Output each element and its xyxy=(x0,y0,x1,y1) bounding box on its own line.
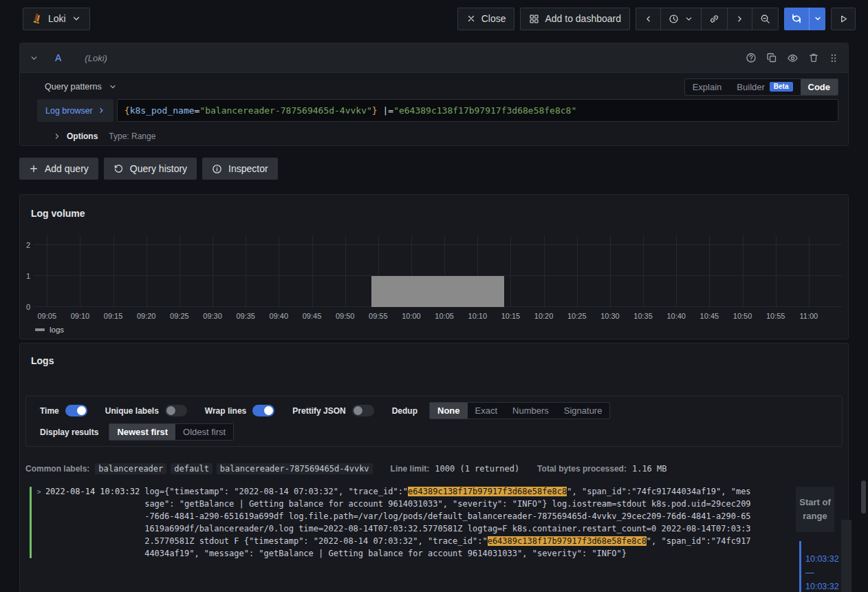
x-axis-label: 10:35 xyxy=(633,312,653,320)
query-patterns-dropdown[interactable]: Query patterns xyxy=(45,82,117,92)
x-gridline xyxy=(147,235,147,307)
tab-explain[interactable]: Explain xyxy=(685,79,730,95)
line-limit-label: Line limit: xyxy=(391,464,430,474)
display-results-label: Display results xyxy=(40,427,98,437)
add-to-dashboard-button[interactable]: Add to dashboard xyxy=(520,8,630,30)
tab-builder[interactable]: Builder Beta xyxy=(729,79,800,95)
datasource-picker[interactable]: Loki xyxy=(23,8,90,30)
copy-time-link-button[interactable] xyxy=(701,8,728,30)
x-axis-label: 09:05 xyxy=(37,312,56,320)
duplicate-query-icon[interactable] xyxy=(766,52,777,63)
toggle-knob xyxy=(264,406,273,415)
toggle-switch[interactable] xyxy=(165,405,187,416)
hide-response-eye-icon[interactable] xyxy=(787,52,799,64)
close-label: Close xyxy=(481,13,506,24)
logs-meta-row: Common labels: balancereaderdefaultbalan… xyxy=(25,463,667,474)
y-gridline xyxy=(34,244,842,245)
x-axis-label: 10:40 xyxy=(666,312,686,320)
zoom-out-time-button[interactable] xyxy=(752,8,779,30)
log-highlight-match: e64389c138f17b97917f3d68e58fe8c8 xyxy=(408,487,567,496)
x-gridline xyxy=(676,235,677,307)
drag-handle-icon[interactable] xyxy=(829,53,838,63)
options-label: Options xyxy=(67,131,98,141)
x-axis-label: 09:10 xyxy=(71,312,90,320)
y-axis-label: 1 xyxy=(26,272,30,280)
close-icon xyxy=(466,14,476,23)
toggle-switch[interactable] xyxy=(65,405,87,416)
refresh-interval-dropdown[interactable] xyxy=(809,8,825,30)
run-query-refresh-button[interactable] xyxy=(784,8,809,30)
time-picker-button[interactable] xyxy=(660,8,702,30)
x-gridline xyxy=(113,235,114,307)
collapse-chevron-icon[interactable] xyxy=(30,54,39,63)
refresh-split-button xyxy=(784,8,825,30)
time-shift-back-button[interactable] xyxy=(636,8,661,30)
logs-navigation-times[interactable]: 10:03:32 — 10:03:32 xyxy=(805,552,839,592)
log-volume-plot[interactable]: 01209:0509:1009:1509:2009:2509:3009:3509… xyxy=(34,235,842,307)
live-tail-button[interactable] xyxy=(831,8,856,30)
order-option-oldest-first[interactable]: Oldest first xyxy=(175,424,233,440)
x-axis-label: 10:50 xyxy=(733,312,752,320)
x-gridline xyxy=(809,235,810,307)
query-token-brace: { xyxy=(124,105,130,116)
tab-code[interactable]: Code xyxy=(801,79,838,95)
log-row[interactable]: >2022-08-14 10:03:32log={"timestamp": "2… xyxy=(25,485,755,560)
info-circle-icon xyxy=(212,164,222,174)
display-results-control: Display results Newest firstOldest first xyxy=(40,423,234,441)
add-query-button[interactable]: Add query xyxy=(19,158,98,180)
apps-grid-icon xyxy=(529,14,539,24)
log-volume-bar[interactable] xyxy=(371,276,504,307)
scrollbar-thumb[interactable] xyxy=(861,480,866,514)
dedup-option-signature[interactable]: Signature xyxy=(556,403,610,419)
query-datasource-hint: (Loki) xyxy=(85,53,107,63)
log-volume-title: Log volume xyxy=(31,208,85,219)
x-gridline xyxy=(776,235,777,307)
inspector-button[interactable]: Inspector xyxy=(202,158,278,180)
help-icon[interactable] xyxy=(746,52,757,63)
nav-time-separator: — xyxy=(805,566,839,580)
y-axis-label: 2 xyxy=(26,241,30,249)
x-axis-label: 09:25 xyxy=(170,312,189,320)
dedup-option-numbers[interactable]: Numbers xyxy=(505,403,556,419)
query-token-string: "balancereader-787569465d-4vvkv" xyxy=(199,105,371,116)
toggle-switch[interactable] xyxy=(352,405,374,416)
x-gridline xyxy=(312,235,313,307)
start-of-range-button[interactable]: Start of range xyxy=(796,487,834,532)
log-browser-button[interactable]: Log browser xyxy=(37,99,113,122)
remove-query-trash-icon[interactable] xyxy=(808,52,819,63)
add-to-dashboard-label: Add to dashboard xyxy=(545,13,621,24)
order-option-newest-first[interactable]: Newest first xyxy=(109,424,175,440)
y-axis-label: 0 xyxy=(26,303,30,311)
log-timestamp: 2022-08-14 10:03:32 xyxy=(45,485,140,498)
log-expand-chevron-icon[interactable]: > xyxy=(37,488,41,496)
time-shift-forward-button[interactable] xyxy=(727,8,752,30)
query-row-header[interactable]: A (Loki) xyxy=(20,43,848,73)
x-axis-label: 09:35 xyxy=(236,312,255,320)
dedup-options: NoneExactNumbersSignature xyxy=(429,402,610,419)
query-history-button[interactable]: Query history xyxy=(104,158,197,180)
log-volume-legend[interactable]: logs xyxy=(35,326,64,334)
dedup-option-exact[interactable]: Exact xyxy=(468,403,506,419)
chevron-right-icon xyxy=(53,132,61,140)
toggle-control-unique-labels: Unique labels xyxy=(105,405,187,416)
x-gridline xyxy=(709,235,710,307)
query-expression-input[interactable]: {k8s_pod_name="balancereader-787569465d-… xyxy=(117,99,838,122)
legend-swatch xyxy=(35,328,45,331)
toggle-switch[interactable] xyxy=(252,405,274,416)
query-token-op: = xyxy=(195,105,200,116)
explore-toolbar: Loki Close xyxy=(0,0,868,37)
toggle-control-time: Time xyxy=(40,405,87,416)
x-axis-label: 10:05 xyxy=(435,312,454,320)
x-gridline xyxy=(743,235,744,307)
dedup-option-none[interactable]: None xyxy=(430,403,468,419)
chevron-down-icon xyxy=(684,14,693,23)
chevron-left-icon xyxy=(644,14,653,23)
nav-to-time: 10:03:32 xyxy=(805,580,839,592)
common-labels-label: Common labels: xyxy=(25,464,89,474)
logs-navigation-scrollbar[interactable] xyxy=(841,520,851,592)
x-axis-label: 10:30 xyxy=(600,312,620,320)
close-button[interactable]: Close xyxy=(457,8,515,30)
query-options-row[interactable]: Options Type: Range xyxy=(53,128,838,145)
sync-icon xyxy=(791,13,802,24)
query-row-actions xyxy=(746,52,838,64)
